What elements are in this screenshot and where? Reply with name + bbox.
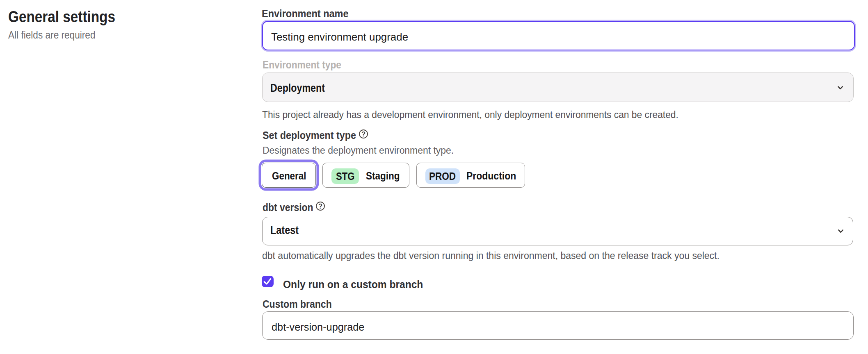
svg-text:?: ? xyxy=(318,202,322,210)
svg-text:?: ? xyxy=(361,130,365,138)
